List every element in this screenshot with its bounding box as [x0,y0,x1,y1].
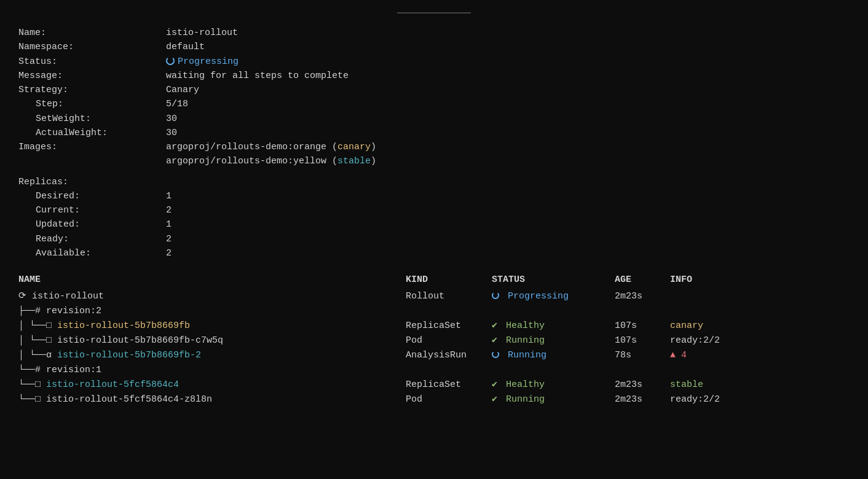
message-row: Message: waiting for all steps to comple… [18,69,850,83]
row3-age: 107s [615,333,670,348]
namespace-label: Namespace: [18,40,166,54]
row6-status: ✔ Healthy [492,378,615,392]
table-row: │ └──□ istio-rollout-5b7b8669fb-c7w5q Po… [18,333,850,348]
available-label: Available: [18,246,166,260]
row2-status-icon: ✔ [492,321,497,331]
row7-status-icon: ✔ [492,394,497,405]
desired-label: Desired: [18,189,166,203]
row6-status-icon: ✔ [492,380,497,390]
message-label: Message: [18,69,166,83]
updated-value: 1 [166,217,172,232]
namespace-value: default [166,40,205,54]
row0-status-icon [492,292,499,299]
step-label: Step: [18,97,166,111]
row4-info: ▲ 4 [670,348,768,363]
row2-info: canary [670,319,768,333]
row7-status: ✔ Running [492,392,615,407]
row5-name: └──# revision:1 [18,363,406,378]
status-value: Progressing [166,55,239,69]
table-row: └──# revision:1 [18,363,850,378]
desired-row: Desired: 1 [18,189,850,203]
image2-tag: stable [337,156,371,166]
row7-status-text: Running [506,394,545,405]
row4-status: Running [492,348,615,363]
status-text: Progressing [178,56,239,67]
current-label: Current: [18,203,166,217]
updated-row: Updated: 1 [18,217,850,232]
status-label: Status: [18,55,166,69]
table-section: NAME KIND STATUS AGE INFO ⟳ istio-rollou… [18,273,850,407]
progressing-icon [166,56,175,65]
row3-info: ready:2/2 [670,333,768,348]
terminal: Name: istio-rollout Namespace: default S… [18,12,850,407]
row3-name: │ └──□ istio-rollout-5b7b8669fb-c7w5q [18,333,406,348]
row2-kind: ReplicaSet [406,319,492,333]
row1-name: ├──# revision:2 [18,304,406,319]
col-header-info: INFO [670,273,768,287]
row5-name-text: revision:1 [46,365,101,375]
row3-prefix: │ └──□ [18,335,57,346]
row2-age: 107s [615,319,670,333]
col-header-kind: KIND [406,273,492,287]
row7-kind: Pod [406,392,492,407]
row3-status-icon: ✔ [492,335,497,346]
row0-age: 2m23s [615,289,670,304]
row6-name: └──□ istio-rollout-5fcf5864c4 [18,378,406,392]
row1-prefix: ├──# [18,306,46,316]
image1-tag: canary [337,142,371,152]
col-header-name: NAME [18,273,406,287]
row0-kind: Rollout [406,289,492,304]
row2-name-text: istio-rollout-5b7b8669fb [57,321,190,331]
current-value: 2 [166,203,172,217]
images-value: argoproj/rollouts-demo:orange (canary) a… [166,140,376,169]
table-row: ⟳ istio-rollout Rollout Progressing 2m23… [18,289,850,304]
col-header-status: STATUS [492,273,615,287]
row4-age: 78s [615,348,670,363]
status-row: Status: Progressing [18,55,850,69]
actualweight-value: 30 [166,126,177,140]
step-value: 5/18 [166,97,188,111]
row0-status-text: Progressing [508,291,569,302]
row4-status-icon [492,351,499,358]
desired-value: 1 [166,189,172,203]
table-row: │ └──□ istio-rollout-5b7b8669fb ReplicaS… [18,319,850,333]
row6-prefix: └──□ [18,380,46,390]
row2-status: ✔ Healthy [492,319,615,333]
row2-name: │ └──□ istio-rollout-5b7b8669fb [18,319,406,333]
ready-label: Ready: [18,232,166,246]
images-row: Images: argoproj/rollouts-demo:orange (c… [18,140,850,169]
row7-prefix: └──□ [18,394,46,405]
actualweight-row: ActualWeight: 30 [18,126,850,140]
row3-name-text: istio-rollout-5b7b8669fb-c7w5q [57,335,223,346]
row3-kind: Pod [406,333,492,348]
row0-prefix: ⟳ [18,291,32,302]
row1-name-text: revision:2 [46,306,101,316]
row4-name-text: istio-rollout-5b7b8669fb-2 [57,350,201,360]
name-label: Name: [18,26,166,40]
name-row: Name: istio-rollout [18,26,850,40]
row0-name: ⟳ istio-rollout [18,289,406,304]
image2-value: argoproj/rollouts-demo:yellow [166,156,326,166]
image1-value: argoproj/rollouts-demo:orange [166,142,326,152]
setweight-row: SetWeight: 30 [18,112,850,126]
row7-info: ready:2/2 [670,392,768,407]
row6-info: stable [670,378,768,392]
row2-prefix: │ └──□ [18,321,57,331]
row4-name: │ └──α istio-rollout-5b7b8669fb-2 [18,348,406,363]
setweight-label: SetWeight: [18,112,166,126]
strategy-value: Canary [166,83,199,97]
table-row: └──□ istio-rollout-5fcf5864c4 ReplicaSet… [18,378,850,392]
setweight-value: 30 [166,112,177,126]
step-row: Step: 5/18 [18,97,850,111]
table-header: NAME KIND STATUS AGE INFO [18,273,850,287]
divider [397,12,471,14]
row0-name-text: istio-rollout [32,291,104,302]
table-row: │ └──α istio-rollout-5b7b8669fb-2 Analys… [18,348,850,363]
row6-status-text: Healthy [506,380,545,390]
ready-row: Ready: 2 [18,232,850,246]
row0-status: Progressing [492,289,615,304]
row7-name: └──□ istio-rollout-5fcf5864c4-z8l8n [18,392,406,407]
row6-age: 2m23s [615,378,670,392]
row6-name-text: istio-rollout-5fcf5864c4 [46,380,179,390]
col-header-age: AGE [615,273,670,287]
